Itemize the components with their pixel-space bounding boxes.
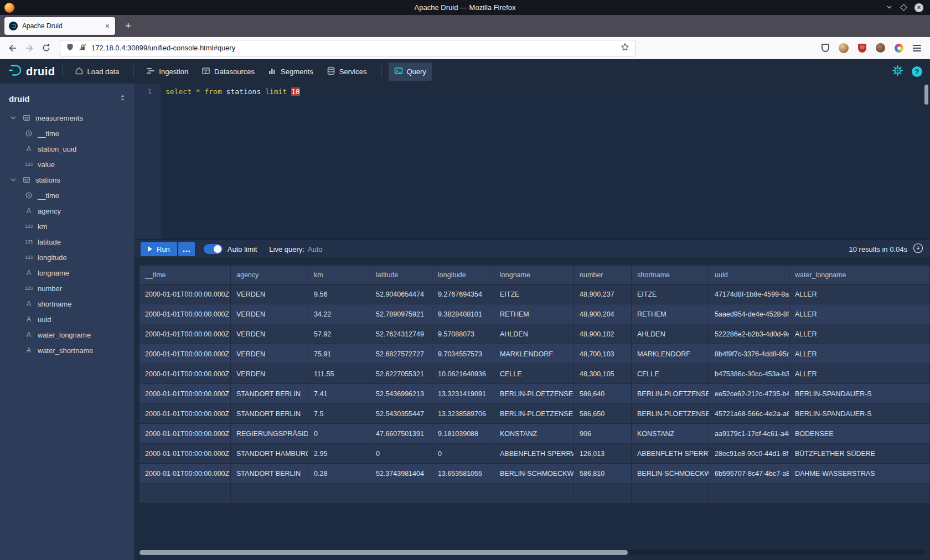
nav-segments[interactable]: Segments	[262, 63, 319, 81]
table-cell[interactable]: ALLER	[789, 344, 930, 364]
table-cell[interactable]: b475386c-30cc-453a-b3	[709, 364, 789, 384]
table-cell[interactable]: 586,810	[574, 464, 632, 484]
table-cell[interactable]: 0	[308, 424, 370, 444]
table-cell[interactable]: 52.6227055321	[370, 364, 432, 384]
table-cell[interactable]: 52.6827572727	[370, 344, 432, 364]
table-cell[interactable]: DAHME-WASSERSTRAS	[789, 464, 930, 484]
table-cell[interactable]: 0.28	[308, 464, 370, 484]
tree-item[interactable]: 123km	[0, 219, 134, 234]
table-cell[interactable]: BODENSEE	[789, 424, 930, 444]
table-cell[interactable]: 586,650	[574, 404, 632, 424]
table-cell[interactable]: 126,013	[574, 444, 632, 464]
table-cell[interactable]: 13.3238589706	[432, 404, 494, 424]
table-cell[interactable]: AHLDEN	[632, 324, 709, 344]
table-cell[interactable]: MARKLENDORF	[632, 344, 709, 364]
table-cell[interactable]: ALLER	[789, 284, 930, 304]
tree-item[interactable]: __time	[0, 126, 134, 141]
table-cell[interactable]: KONSTANZ	[494, 424, 574, 444]
table-cell[interactable]: 47174d8f-1b8e-4599-8a	[709, 284, 789, 304]
column-header[interactable]: km	[308, 266, 370, 284]
table-cell[interactable]: ABBENFLETH SPERRWEI	[632, 444, 709, 464]
table-cell[interactable]: STANDORT BERLIN	[231, 404, 308, 424]
menu-icon[interactable]	[913, 45, 921, 51]
table-cell[interactable]: 8b4f9f7c-3376-4dd8-95c	[709, 344, 789, 364]
connection-not-secure-lock-icon[interactable]	[79, 43, 87, 53]
tree-item[interactable]: Auuid	[0, 312, 134, 327]
live-query-value[interactable]: Auto	[308, 245, 323, 253]
table-cell[interactable]: 48,900,237	[574, 284, 632, 304]
table-cell[interactable]: BERLIN-SPANDAUER-S	[789, 404, 930, 424]
tree-item[interactable]: 123value	[0, 157, 134, 172]
query-editor[interactable]: 1 select * from stations limit 10	[134, 84, 930, 239]
column-header[interactable]: latitude	[370, 266, 432, 284]
tree-item[interactable]: Alongname	[0, 265, 134, 281]
nav-ingestion[interactable]: Ingestion	[141, 63, 194, 81]
table-cell[interactable]: 0	[370, 444, 432, 464]
table-cell[interactable]: 48,900,102	[574, 324, 632, 344]
table-cell[interactable]: 57.92	[308, 324, 370, 344]
table-cell[interactable]: STANDORT BERLIN	[231, 384, 308, 404]
table-cell[interactable]: 52.9040654474	[370, 284, 432, 304]
window-minimize-button[interactable]	[886, 3, 893, 12]
table-cell[interactable]: 7.5	[308, 404, 370, 424]
tree-item[interactable]: Awater_shortname	[0, 343, 134, 358]
tree-item[interactable]: Aagency	[0, 203, 134, 219]
table-cell[interactable]: 522286e2-b2b3-4d0d-9a	[709, 324, 789, 344]
tree-item[interactable]: 123longitude	[0, 250, 134, 265]
table-cell[interactable]: 0	[432, 444, 494, 464]
container-pinwheel-icon[interactable]	[895, 44, 903, 53]
table-cell[interactable]: 2000-01-01T00:00:00.000Z	[140, 364, 231, 384]
table-cell[interactable]: BERLIN-PLOETZENSEE C	[494, 384, 574, 404]
settings-gear-icon[interactable]	[892, 65, 903, 78]
table-cell[interactable]: 2000-01-01T00:00:00.000Z	[140, 404, 231, 424]
table-cell[interactable]: 9.57088073	[432, 324, 494, 344]
table-cell[interactable]: 2000-01-01T00:00:00.000Z	[140, 304, 231, 324]
horizontal-scrollbar[interactable]	[140, 550, 926, 555]
table-cell[interactable]: 34.22	[308, 304, 370, 324]
druid-brand[interactable]: druid	[8, 63, 55, 80]
table-cell[interactable]: BERLIN-PLOETZENSEE C	[632, 384, 709, 404]
table-cell[interactable]: BERLIN-PLOETZENSEE U	[494, 404, 574, 424]
table-cell[interactable]: CELLE	[494, 364, 574, 384]
table-cell[interactable]: aa9179c1-17ef-4c61-a48	[709, 424, 789, 444]
back-button[interactable]	[4, 40, 21, 56]
table-cell[interactable]: 52.3743981404	[370, 464, 432, 484]
column-header[interactable]: agency	[231, 266, 308, 284]
table-cell[interactable]: VERDEN	[231, 324, 308, 344]
table-cell[interactable]: 9.181039088	[432, 424, 494, 444]
table-cell[interactable]: 2000-01-01T00:00:00.000Z	[140, 284, 231, 304]
tree-item[interactable]: Awater_longname	[0, 327, 134, 343]
table-cell[interactable]: EITZE	[632, 284, 709, 304]
window-maximize-button[interactable]	[900, 4, 907, 11]
table-cell[interactable]: BÜTZFLETHER SÜDERE	[789, 444, 930, 464]
tree-item[interactable]: stations	[0, 172, 134, 188]
table-cell[interactable]: BERLIN-SCHMOECKWITZ	[632, 464, 709, 484]
new-tab-button[interactable]: +	[122, 20, 135, 32]
table-cell[interactable]: VERDEN	[231, 304, 308, 324]
table-cell[interactable]: 48,700,103	[574, 344, 632, 364]
more-options-button[interactable]: …	[178, 242, 195, 256]
table-cell[interactable]: 9.3828408101	[432, 304, 494, 324]
download-results-icon[interactable]	[913, 243, 923, 255]
table-cell[interactable]: VERDEN	[231, 284, 308, 304]
table-cell[interactable]: RETHEM	[494, 304, 574, 324]
table-cell[interactable]: 52.5430355447	[370, 404, 432, 424]
table-cell[interactable]: BERLIN-SCHMOECKWITZ	[494, 464, 574, 484]
reload-button[interactable]	[38, 40, 54, 56]
url-text[interactable]: 172.18.0.4:30899/unified-console.html#qu…	[91, 44, 616, 52]
table-cell[interactable]: VERDEN	[231, 344, 308, 364]
table-cell[interactable]: BERLIN-SPANDAUER-S	[789, 384, 930, 404]
tree-item[interactable]: __time	[0, 188, 134, 203]
profile-avatar-icon[interactable]	[839, 43, 849, 53]
table-cell[interactable]: 2000-01-01T00:00:00.000Z	[140, 424, 231, 444]
table-cell[interactable]: 13.653581055	[432, 464, 494, 484]
horizontal-scrollbar-thumb[interactable]	[140, 550, 628, 555]
query-text[interactable]: select * from stations limit 10	[161, 84, 300, 239]
table-cell[interactable]: 45721a68-566c-4e2a-a6	[709, 404, 789, 424]
table-cell[interactable]: REGIERUNGSPRÄSIDIUM	[231, 424, 308, 444]
table-cell[interactable]: 52.7890975921	[370, 304, 432, 324]
column-header[interactable]: shortname	[632, 266, 709, 284]
table-cell[interactable]: 7.41	[308, 384, 370, 404]
table-cell[interactable]: 9.56	[308, 284, 370, 304]
help-icon[interactable]: ?	[912, 66, 922, 77]
